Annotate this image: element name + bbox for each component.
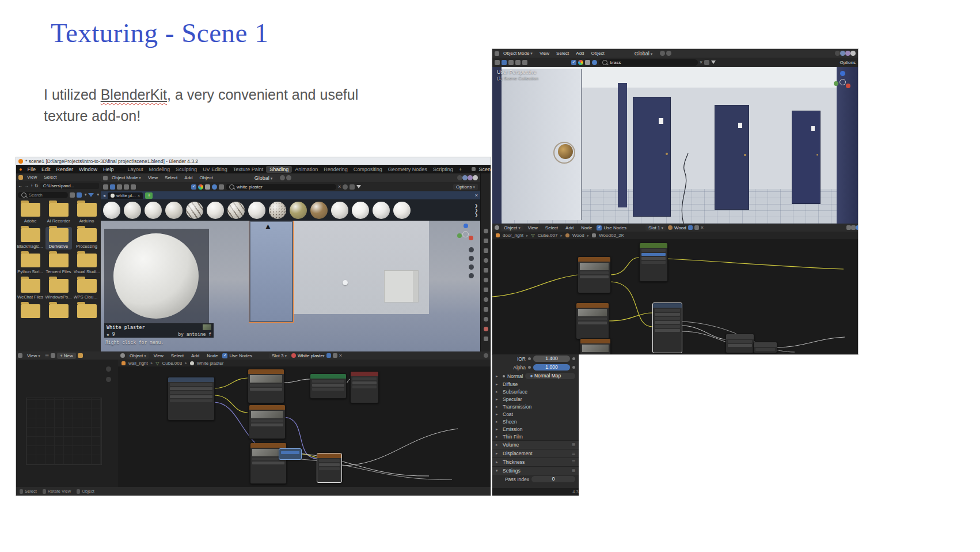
image-texture-node[interactable] bbox=[576, 303, 609, 339]
menu-icon[interactable]: ☰ bbox=[45, 353, 49, 358]
viewport-scene[interactable]: ▲ White plaster ★ 9 by antoine f bbox=[101, 221, 480, 351]
asset-type-material-icon[interactable] bbox=[592, 60, 597, 65]
rendered-shading-icon[interactable] bbox=[850, 51, 856, 56]
forward-icon[interactable]: → bbox=[24, 183, 29, 188]
snap-icon[interactable] bbox=[280, 175, 285, 180]
image-view-menu[interactable]: View▾ bbox=[24, 353, 43, 358]
asset-search-tab[interactable]: white pl... × bbox=[108, 192, 143, 199]
shader-type-dropdown[interactable]: Object▾ bbox=[501, 225, 523, 231]
display-thumbnails-icon[interactable] bbox=[77, 192, 82, 198]
folder-item[interactable]: Blackmagic ... bbox=[17, 227, 44, 249]
viewport-select-menu[interactable]: Select bbox=[553, 51, 572, 56]
prop-row-thin-film[interactable]: ▸Thin Film bbox=[492, 433, 579, 440]
node-view-menu[interactable]: View bbox=[525, 225, 541, 230]
image-browse-icon[interactable] bbox=[51, 353, 55, 358]
prop-row-transmission[interactable]: ▸Transmission bbox=[492, 403, 579, 410]
physics-tab-icon[interactable] bbox=[484, 317, 488, 322]
image-texture-node[interactable] bbox=[249, 404, 286, 439]
close-assetbar-icon[interactable]: × bbox=[475, 192, 478, 198]
asset-type-model-icon[interactable] bbox=[205, 184, 210, 190]
prop-row-coat[interactable]: ▸Coat bbox=[492, 410, 579, 418]
prop-row-sheen[interactable]: ▸Sheen bbox=[492, 418, 579, 425]
material-tab-icon[interactable] bbox=[484, 327, 488, 331]
output-tab-icon[interactable] bbox=[484, 248, 488, 253]
mode-dropdown[interactable]: Object Mode▾ bbox=[109, 175, 144, 181]
asset-type-material-icon[interactable] bbox=[212, 184, 217, 190]
breadcrumb-mesh[interactable]: Cube.007 bbox=[538, 233, 558, 238]
tab-scripting[interactable]: Scripting bbox=[430, 167, 456, 172]
up-icon[interactable]: ↑ bbox=[31, 183, 33, 188]
file-search-input[interactable]: Search bbox=[29, 192, 43, 198]
navigation-gizmo[interactable] bbox=[831, 70, 852, 91]
asset-thumbnail[interactable] bbox=[248, 202, 265, 219]
proportional-edit-icon[interactable] bbox=[666, 51, 671, 56]
material-output-node[interactable] bbox=[350, 371, 379, 403]
asset-thumbnail[interactable] bbox=[145, 202, 162, 219]
solid-shading-icon[interactable] bbox=[840, 51, 845, 56]
menu-help[interactable]: Help bbox=[100, 167, 117, 172]
tab-geometry-nodes[interactable]: Geometry Nodes bbox=[385, 167, 430, 172]
folder-item[interactable]: Tencent Files bbox=[45, 252, 72, 275]
use-nodes-checkbox[interactable]: ✓ bbox=[222, 353, 227, 358]
asset-thumbnail[interactable] bbox=[290, 202, 307, 219]
tab-layout[interactable]: Layout bbox=[125, 167, 146, 172]
node-node-menu[interactable]: Node bbox=[204, 353, 221, 358]
breadcrumb-material[interactable]: Wood bbox=[572, 233, 584, 238]
animate-dot-icon[interactable] bbox=[528, 357, 531, 360]
rendered-shading-icon[interactable] bbox=[473, 175, 478, 180]
snap-icon[interactable] bbox=[660, 51, 665, 56]
viewport-select-menu[interactable]: Select bbox=[162, 175, 180, 180]
folder-item-selected[interactable]: Derivative bbox=[45, 227, 72, 249]
toggle-perspective-icon[interactable] bbox=[469, 273, 474, 278]
scroll-right-icon[interactable]: ❯❯❯ bbox=[474, 203, 478, 217]
orientation-dropdown[interactable]: Global▾ bbox=[632, 50, 656, 57]
animate-dot-icon[interactable] bbox=[528, 366, 531, 369]
scene-marble-cube[interactable] bbox=[384, 270, 419, 303]
tab-modeling[interactable]: Modeling bbox=[146, 167, 173, 172]
overlay-icon[interactable] bbox=[851, 225, 856, 230]
scene-tab-icon[interactable] bbox=[484, 268, 488, 273]
copy-material-icon[interactable] bbox=[333, 353, 337, 358]
viewport-3d[interactable]: Object Mode▾ View Select Add Object Glob… bbox=[101, 173, 480, 351]
visibility-icon[interactable] bbox=[343, 184, 348, 190]
asset-type-brush-icon[interactable] bbox=[219, 184, 224, 190]
editor-type-icon[interactable] bbox=[495, 225, 499, 230]
selected-small-node[interactable] bbox=[279, 448, 302, 460]
bk-verified-icon[interactable]: ✓ bbox=[191, 184, 196, 190]
pin-icon[interactable] bbox=[856, 225, 858, 230]
particles-tab-icon[interactable] bbox=[484, 307, 488, 312]
zoom-icon[interactable] bbox=[469, 247, 474, 252]
material-shading-icon[interactable] bbox=[845, 51, 850, 56]
section-thickness[interactable]: ▸Thickness☰ bbox=[492, 458, 579, 466]
tweak-tool-icon[interactable] bbox=[502, 60, 507, 65]
folder-item[interactable]: WindowsPo... bbox=[45, 278, 72, 300]
folder-item-partial[interactable] bbox=[45, 303, 72, 319]
node-graph[interactable] bbox=[492, 239, 858, 354]
tweak-tool-icon[interactable] bbox=[110, 184, 115, 190]
scene-selector[interactable]: Scen bbox=[472, 167, 491, 172]
refresh-icon[interactable]: ↻ bbox=[35, 183, 39, 188]
utility-node[interactable] bbox=[753, 342, 777, 353]
prop-row-subsurface[interactable]: ▸Subsurface bbox=[492, 388, 579, 395]
material-name[interactable]: White plaster bbox=[298, 353, 325, 358]
asset-thumbnail[interactable] bbox=[352, 202, 369, 219]
section-volume[interactable]: ▸Volume☰ bbox=[492, 440, 579, 449]
folder-item[interactable]: WeChat Files bbox=[17, 278, 44, 300]
select-tool-icon[interactable] bbox=[103, 184, 108, 190]
asset-type-model-icon[interactable] bbox=[585, 60, 590, 65]
folder-item[interactable]: Visual Studi... bbox=[74, 252, 100, 275]
normal-value[interactable]: ● Normal Map bbox=[525, 373, 575, 379]
modifier-tab-icon[interactable] bbox=[484, 297, 488, 302]
folder-item[interactable]: Python Scri... bbox=[17, 252, 44, 275]
file-browser-view-menu[interactable]: View bbox=[24, 175, 40, 180]
section-settings[interactable]: ▾Settings☰ bbox=[492, 466, 579, 475]
window-titlebar[interactable]: * scene1 [D:\largeProjects\intro-to-3D\f… bbox=[16, 157, 491, 165]
tool-tab-icon[interactable] bbox=[484, 229, 488, 233]
clear-search-icon[interactable]: × bbox=[700, 59, 702, 65]
prop-row-emission[interactable]: ▸Emission bbox=[492, 425, 579, 433]
blenderkit-search-field[interactable]: brass bbox=[599, 59, 698, 66]
normal-map-node[interactable] bbox=[639, 243, 668, 282]
viewport-object-menu[interactable]: Object bbox=[197, 175, 216, 180]
mode-dropdown[interactable]: Object Mode▾ bbox=[500, 50, 535, 56]
active-node[interactable] bbox=[317, 453, 342, 483]
